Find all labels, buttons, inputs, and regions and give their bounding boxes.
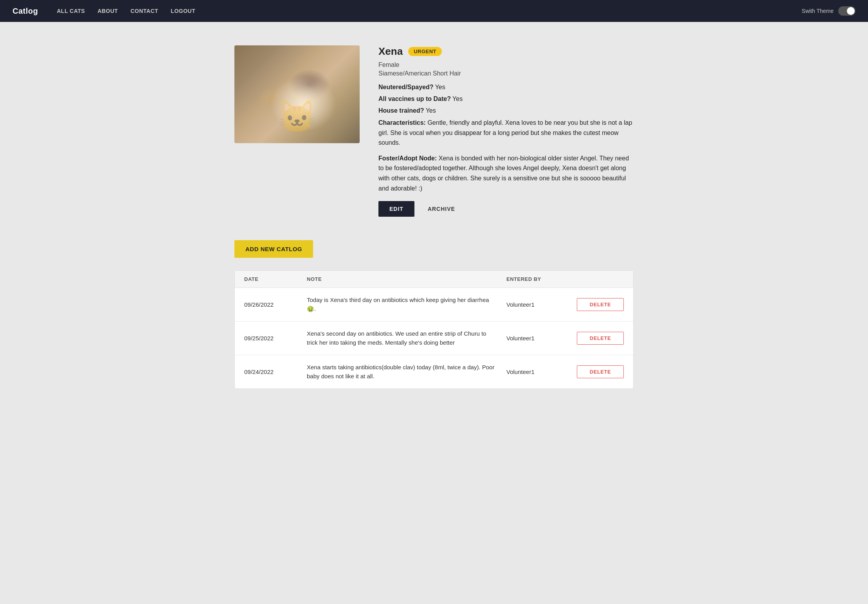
urgent-badge: URGENT <box>408 47 442 56</box>
col-entered-header: ENTERED BY <box>506 276 577 282</box>
nav-contact[interactable]: CONTACT <box>130 8 158 14</box>
col-action-header <box>577 276 624 282</box>
row-entered-1: Volunteer1 <box>506 335 577 342</box>
cat-profile: Xena URGENT Female Siamese/American Shor… <box>234 45 634 217</box>
cat-vaccines-label: All vaccines up to Date? <box>378 95 451 102</box>
cat-vaccines-value: Yes <box>452 95 463 102</box>
main-content: Xena URGENT Female Siamese/American Shor… <box>219 22 649 412</box>
table-body: 09/26/2022 Today is Xena's third day on … <box>235 288 633 388</box>
nav-right: Swith Theme <box>802 6 855 16</box>
nav-all-cats[interactable]: ALL CATS <box>57 8 85 14</box>
table-header: DATE NOTE ENTERED BY <box>235 271 633 288</box>
table-row: 09/26/2022 Today is Xena's third day on … <box>235 288 633 322</box>
row-note-1: Xena's second day on antibiotics. We use… <box>307 329 506 347</box>
edit-button[interactable]: EDIT <box>378 201 414 217</box>
theme-toggle[interactable] <box>838 6 855 16</box>
col-note-header: NOTE <box>307 276 506 282</box>
row-date-1: 09/25/2022 <box>244 335 307 342</box>
cat-image <box>234 45 360 143</box>
row-entered-2: Volunteer1 <box>506 369 577 375</box>
cat-name: Xena <box>378 45 403 58</box>
cat-characteristics-label: Characteristics: <box>378 119 426 126</box>
cat-house-trained-value: Yes <box>426 107 436 114</box>
delete-button-1[interactable]: DELETE <box>577 332 624 345</box>
nav-about[interactable]: ABOUT <box>97 8 118 14</box>
cat-characteristics: Characteristics: Gentle, friendly and pl… <box>378 118 634 148</box>
cat-house-trained: House trained? Yes <box>378 106 634 115</box>
table-row: 09/24/2022 Xena starts taking antibiotic… <box>235 355 633 388</box>
row-date-2: 09/24/2022 <box>244 369 307 375</box>
cat-neutered-value: Yes <box>435 84 445 90</box>
nav-links: ALL CATS ABOUT CONTACT LOGOUT <box>57 8 801 14</box>
theme-label: Swith Theme <box>802 8 834 14</box>
cat-details: Xena URGENT Female Siamese/American Shor… <box>378 45 634 217</box>
cat-neutered: Neutered/Spayed? Yes <box>378 83 634 92</box>
add-catlog-button[interactable]: ADD NEW CATLOG <box>234 240 313 258</box>
delete-button-0[interactable]: DELETE <box>577 298 624 311</box>
col-date-header: DATE <box>244 276 307 282</box>
row-note-2: Xena starts taking antibiotics(double cl… <box>307 363 506 381</box>
archive-button[interactable]: ARCHIVE <box>420 201 463 217</box>
cat-foster-label: Foster/Adopt Node: <box>378 155 437 162</box>
cat-house-trained-label: House trained? <box>378 107 424 114</box>
action-buttons: EDIT ARCHIVE <box>378 201 634 217</box>
cat-foster: Foster/Adopt Node: Xena is bonded with h… <box>378 153 634 193</box>
toggle-knob <box>847 7 855 15</box>
row-date-0: 09/26/2022 <box>244 301 307 308</box>
cat-breed: Siamese/American Short Hair <box>378 70 634 77</box>
cat-vaccines: All vaccines up to Date? Yes <box>378 94 634 104</box>
navbar: Catlog ALL CATS ABOUT CONTACT LOGOUT Swi… <box>0 0 868 22</box>
cat-neutered-label: Neutered/Spayed? <box>378 84 433 90</box>
cat-name-row: Xena URGENT <box>378 45 634 58</box>
row-entered-0: Volunteer1 <box>506 301 577 308</box>
delete-button-2[interactable]: DELETE <box>577 365 624 378</box>
catlog-table: DATE NOTE ENTERED BY 09/26/2022 Today is… <box>234 270 634 389</box>
cat-gender: Female <box>378 61 634 68</box>
row-note-0: Today is Xena's third day on antibiotics… <box>307 296 506 313</box>
brand-logo[interactable]: Catlog <box>13 7 38 16</box>
table-row: 09/25/2022 Xena's second day on antibiot… <box>235 322 633 355</box>
nav-logout[interactable]: LOGOUT <box>171 8 195 14</box>
cat-image-wrapper <box>234 45 360 143</box>
